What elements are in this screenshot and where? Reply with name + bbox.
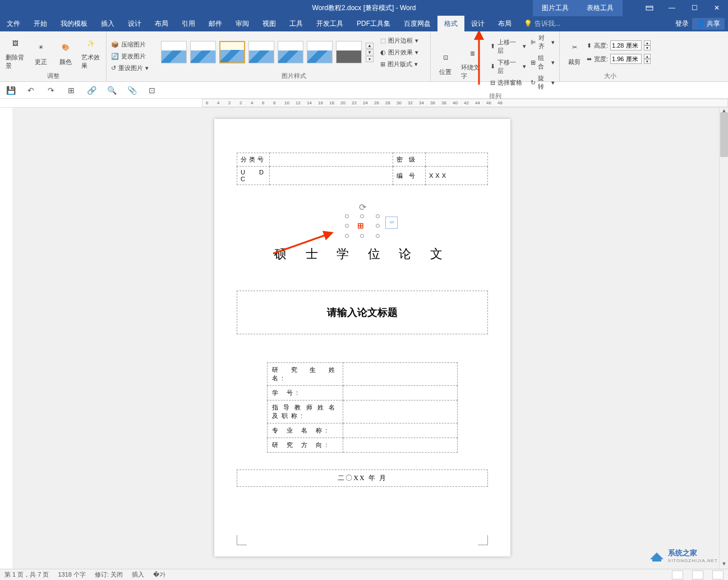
redo-button[interactable]: ↷ (46, 85, 56, 95)
cell-udc-value[interactable] (270, 167, 393, 185)
info-id-val[interactable] (343, 386, 458, 401)
change-picture-button[interactable]: 🔄 更改图片 (109, 51, 151, 62)
picture-style-4[interactable] (248, 41, 274, 63)
tab-developer[interactable]: 开发工具 (310, 16, 350, 31)
tab-references[interactable]: 引用 (175, 16, 202, 31)
bring-forward-button[interactable]: ⬆ 上移一层 ▾ (488, 37, 528, 56)
layout-options-icon[interactable]: ⌔ (385, 217, 398, 229)
width-input[interactable] (610, 54, 642, 64)
tab-insert[interactable]: 插入 (94, 16, 121, 31)
insert-mode[interactable]: 插入 (132, 570, 144, 579)
picture-style-2[interactable] (190, 41, 216, 63)
scroll-thumb[interactable] (720, 112, 728, 157)
color-button[interactable]: 🎨颜色 (53, 38, 78, 67)
position-button[interactable]: ⊡位置 (433, 48, 458, 77)
picture-style-1[interactable] (161, 41, 187, 63)
tab-design[interactable]: 设计 (121, 16, 148, 31)
styles-scroll-down[interactable]: ▼ (366, 49, 374, 56)
resize-handle[interactable] (376, 234, 380, 238)
page-status[interactable]: 第 1 页，共 7 页 (4, 570, 49, 579)
tab-view[interactable]: 视图 (256, 16, 283, 31)
picture-layout-button[interactable]: ⊞ 图片版式 ▾ (378, 59, 421, 70)
info-name-val[interactable] (343, 363, 458, 386)
selected-picture[interactable]: ⟳ ⊞ ⌔ (343, 202, 382, 236)
styles-more-button[interactable]: ▾ (366, 56, 374, 62)
cell-secret-value[interactable] (426, 153, 488, 167)
rotate-button[interactable]: ↻ 旋转 ▾ (528, 73, 557, 92)
selection-pane-button[interactable]: ⊟ 选择窗格 (488, 77, 528, 88)
tab-mailings[interactable]: 邮件 (202, 16, 229, 31)
tab-review[interactable]: 审阅 (229, 16, 256, 31)
send-backward-button[interactable]: ⬇ 下移一层 ▾ (488, 57, 528, 76)
cell-classify[interactable]: 分类号 (237, 153, 270, 167)
date-line[interactable]: 二〇XX 年 月 (237, 469, 488, 487)
wrap-text-button[interactable]: ≣环绕文字 (458, 43, 488, 81)
qat-btn-4[interactable]: ⊞ (66, 85, 76, 95)
picture-effects-button[interactable]: ◐ 图片效果 ▾ (378, 47, 421, 58)
tab-mytemplate[interactable]: 我的模板 (54, 16, 94, 31)
resize-handle[interactable] (345, 224, 349, 228)
compress-picture-button[interactable]: 📦 压缩图片 (109, 39, 151, 50)
height-down[interactable]: ▼ (644, 45, 651, 50)
picture-style-7[interactable] (336, 41, 362, 63)
picture-style-3[interactable] (219, 41, 245, 63)
tab-file[interactable]: 文件 (0, 16, 27, 31)
minimize-button[interactable]: — (661, 0, 683, 16)
ribbon-options-button[interactable] (638, 0, 661, 16)
status-icon[interactable]: �가 (153, 570, 165, 579)
qat-btn-6[interactable]: 🔍 (107, 85, 117, 95)
tab-format[interactable]: 格式 (437, 16, 464, 31)
resize-handle[interactable] (376, 214, 380, 218)
picture-style-5[interactable] (278, 41, 303, 63)
horizontal-ruler[interactable]: 6422468101214161820222426283032343638404… (0, 99, 728, 108)
view-readmode[interactable] (672, 570, 683, 579)
info-advisor[interactable]: 指导教师姓名及职称: (268, 401, 343, 424)
save-button[interactable]: 💾 (6, 85, 16, 95)
resize-handle[interactable] (360, 214, 364, 218)
view-print[interactable] (692, 570, 703, 579)
info-name[interactable]: 研 究 生 姓 名: (268, 363, 343, 386)
qat-btn-7[interactable]: 📎 (127, 85, 137, 95)
resize-handle[interactable] (360, 234, 364, 238)
qat-btn-8[interactable]: ⊡ (147, 85, 157, 95)
resize-handle[interactable] (345, 214, 349, 218)
height-input[interactable] (610, 40, 642, 50)
share-button[interactable]: 👤 共享 (692, 18, 725, 30)
cell-classify-value[interactable] (270, 153, 393, 167)
tab-pdf[interactable]: PDF工具集 (350, 16, 397, 31)
picture-style-6[interactable] (307, 41, 333, 63)
tab-tools[interactable]: 工具 (283, 16, 310, 31)
picture-border-button[interactable]: ⬚ 图片边框 ▾ (378, 35, 421, 46)
maximize-button[interactable]: ☐ (683, 0, 706, 16)
align-button[interactable]: ⊫ 对齐 ▾ (528, 33, 557, 52)
tab-baidu[interactable]: 百度网盘 (397, 16, 437, 31)
view-web[interactable] (712, 570, 724, 579)
tell-me-search[interactable]: 💡 告诉我... (518, 16, 566, 31)
qat-btn-5[interactable]: 🔗 (86, 85, 96, 95)
table-tools-tab[interactable]: 表格工具 (578, 0, 623, 16)
rotate-handle-icon[interactable]: ⟳ (357, 202, 367, 212)
reset-picture-button[interactable]: ↺ 重设图片 ▾ (109, 63, 151, 73)
vertical-scrollbar[interactable]: ▲ ▼ (719, 108, 728, 569)
remove-background-button[interactable]: 🖼删除背景 (2, 33, 29, 71)
tab-home[interactable]: 开始 (27, 16, 54, 31)
login-link[interactable]: 登录 (675, 19, 689, 29)
cell-number-value[interactable]: XXX (426, 167, 488, 185)
track-changes-status[interactable]: 修订: 关闭 (95, 570, 123, 579)
thesis-heading[interactable]: 硕 士 学 位 论 文 (237, 246, 488, 263)
word-count[interactable]: 1318 个字 (58, 570, 86, 579)
cell-udc[interactable]: U D C (237, 167, 270, 185)
info-major-val[interactable] (343, 424, 458, 438)
width-down[interactable]: ▼ (644, 59, 651, 64)
scroll-down-arrow[interactable]: ▼ (720, 561, 728, 569)
tab-design2[interactable]: 设计 (464, 16, 491, 31)
info-major[interactable]: 专 业 名 称: (268, 424, 343, 438)
width-up[interactable]: ▲ (644, 54, 651, 59)
undo-button[interactable]: ↶ (26, 85, 36, 95)
info-direction[interactable]: 研 究 方 向: (268, 438, 343, 453)
picture-tools-tab[interactable]: 图片工具 (533, 0, 578, 16)
height-up[interactable]: ▲ (644, 40, 651, 45)
info-direction-val[interactable] (343, 438, 458, 453)
styles-scroll-up[interactable]: ▲ (366, 43, 374, 49)
info-advisor-val[interactable] (343, 401, 458, 424)
